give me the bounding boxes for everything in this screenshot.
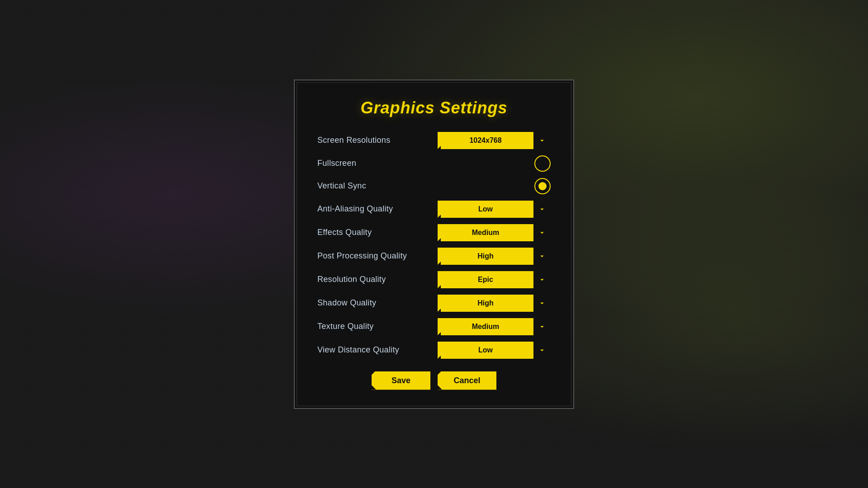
- anti-aliasing-label: Anti-Aliasing Quality: [317, 204, 393, 214]
- screen-resolution-value: 1024x768: [438, 136, 533, 145]
- anti-aliasing-value: Low: [438, 205, 533, 213]
- fullscreen-toggle[interactable]: [534, 155, 551, 172]
- post-processing-value: High: [438, 252, 533, 260]
- screen-resolution-arrow: [533, 132, 551, 149]
- screen-resolution-label: Screen Resolutions: [317, 136, 391, 145]
- view-distance-quality-row: View Distance Quality Low: [317, 342, 551, 359]
- graphics-settings-dialog: Graphics Settings Screen Resolutions 102…: [294, 80, 574, 409]
- cancel-button[interactable]: Cancel: [438, 371, 496, 390]
- post-processing-arrow: [533, 248, 551, 265]
- vertical-sync-row: Vertical Sync: [317, 178, 551, 194]
- effects-quality-dropdown[interactable]: Medium: [438, 224, 551, 241]
- resolution-quality-label: Resolution Quality: [317, 275, 386, 284]
- effects-quality-row: Effects Quality Medium: [317, 224, 551, 241]
- view-distance-quality-value: Low: [438, 346, 533, 354]
- resolution-quality-dropdown[interactable]: Epic: [438, 271, 551, 288]
- shadow-quality-arrow: [533, 295, 551, 312]
- view-distance-quality-arrow: [533, 342, 551, 359]
- texture-quality-dropdown[interactable]: Medium: [438, 318, 551, 335]
- action-buttons: Save Cancel: [317, 371, 551, 390]
- anti-aliasing-arrow: [533, 201, 551, 218]
- vertical-sync-label: Vertical Sync: [317, 181, 366, 191]
- save-button[interactable]: Save: [372, 371, 430, 390]
- view-distance-quality-label: View Distance Quality: [317, 345, 399, 355]
- post-processing-dropdown[interactable]: High: [438, 248, 551, 265]
- post-processing-row: Post Processing Quality High: [317, 248, 551, 265]
- shadow-quality-label: Shadow Quality: [317, 298, 376, 308]
- dialog-title: Graphics Settings: [317, 99, 551, 117]
- anti-aliasing-row: Anti-Aliasing Quality Low: [317, 201, 551, 218]
- chevron-down-icon: [538, 299, 546, 307]
- screen-resolution-dropdown[interactable]: 1024x768: [438, 132, 551, 149]
- shadow-quality-dropdown[interactable]: High: [438, 295, 551, 312]
- effects-quality-arrow: [533, 224, 551, 241]
- resolution-quality-value: Epic: [438, 276, 533, 284]
- texture-quality-label: Texture Quality: [317, 322, 374, 331]
- shadow-quality-row: Shadow Quality High: [317, 295, 551, 312]
- vertical-sync-toggle[interactable]: [534, 178, 551, 194]
- chevron-down-icon: [538, 136, 546, 145]
- resolution-quality-row: Resolution Quality Epic: [317, 271, 551, 288]
- chevron-down-icon: [538, 229, 546, 237]
- chevron-down-icon: [538, 276, 546, 284]
- chevron-down-icon: [538, 346, 546, 354]
- fullscreen-label: Fullscreen: [317, 159, 356, 168]
- texture-quality-value: Medium: [438, 323, 533, 331]
- chevron-down-icon: [538, 252, 546, 260]
- texture-quality-arrow: [533, 318, 551, 335]
- view-distance-quality-dropdown[interactable]: Low: [438, 342, 551, 359]
- texture-quality-row: Texture Quality Medium: [317, 318, 551, 335]
- effects-quality-value: Medium: [438, 229, 533, 237]
- shadow-quality-value: High: [438, 299, 533, 307]
- chevron-down-icon: [538, 205, 546, 213]
- settings-list: Screen Resolutions 1024x768 Fullscreen V…: [317, 132, 551, 359]
- resolution-quality-arrow: [533, 271, 551, 288]
- anti-aliasing-dropdown[interactable]: Low: [438, 201, 551, 218]
- chevron-down-icon: [538, 323, 546, 331]
- effects-quality-label: Effects Quality: [317, 228, 372, 237]
- screen-resolution-row: Screen Resolutions 1024x768: [317, 132, 551, 149]
- fullscreen-row: Fullscreen: [317, 155, 551, 172]
- post-processing-label: Post Processing Quality: [317, 251, 407, 261]
